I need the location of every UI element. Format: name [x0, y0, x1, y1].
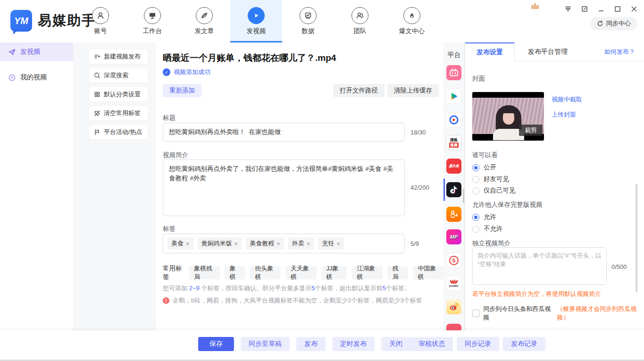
tag-remove-icon[interactable]: × [234, 240, 238, 247]
platform-tencent-video-icon[interactable] [446, 89, 461, 104]
new-video-publish-button[interactable]: 新建视频发布 [89, 50, 148, 64]
sidebar-item-publish-video-label: 发视频 [20, 48, 40, 56]
sync-center-button[interactable]: 同步中心 [590, 17, 637, 30]
nav-hot-center[interactable]: 爆文中心 [386, 0, 438, 42]
platform-huitoutiao-icon[interactable]: 惠头条 [446, 159, 461, 174]
platform-haokan-video-icon[interactable] [446, 112, 461, 127]
allow-save-option-deny[interactable]: 不允许 [472, 225, 503, 233]
save-button[interactable]: 保存 [198, 337, 234, 351]
common-tag[interactable]: 街头象棋 [250, 266, 281, 279]
radio-icon[interactable] [472, 226, 479, 233]
nav-publish-video[interactable]: 发视频 [230, 0, 282, 42]
sync-records-button[interactable]: 同步记录 [457, 337, 499, 351]
clear-common-tags-button[interactable]: 清空常用标签 [89, 106, 148, 120]
platform-activity-button[interactable]: 平台活动/热点 [89, 125, 148, 139]
nav-team[interactable]: 团队 [334, 0, 386, 42]
tab-publish-settings[interactable]: 发布设置 [465, 42, 515, 61]
sync-toutiao-checkbox-row[interactable]: 同步到今日头条和西瓜视频（横屏视频才会同步到西瓜视频） [472, 305, 644, 322]
allow-save-allow-label: 允许 [484, 213, 496, 221]
clear-upload-cache-button[interactable]: 清除上传缓存 [387, 84, 439, 97]
common-tag[interactable]: 残局 [387, 266, 408, 279]
screenshot-icon[interactable] [580, 5, 589, 13]
tags-warning: ! 企鹅，b站，网易，搜狗，大风平台视频标签不能为空，企鹅至少2个标签，网易至少… [163, 296, 422, 305]
tags-input[interactable]: 美食× 黄焖鸡米饭× 美食教程× 外卖× 烹饪× [163, 234, 405, 253]
footer-records: 审核状态 同步记录 发布记录 [410, 337, 545, 351]
platform-douyin-icon[interactable] [446, 182, 461, 197]
deep-search-icon [94, 72, 100, 79]
platform-huawei-icon[interactable]: HUAWEI [446, 276, 461, 291]
publish-video-icon [248, 7, 265, 24]
platform-kuaishou-icon[interactable] [446, 207, 461, 222]
common-tag[interactable]: JJ象棋 [321, 266, 347, 279]
radio-selected-icon[interactable] [472, 214, 479, 221]
common-tag[interactable]: 江湖象棋 [351, 266, 383, 279]
deep-search-label: 深度搜索 [104, 71, 128, 80]
visibility-option-private[interactable]: 仅自己可见 [472, 186, 516, 195]
independent-desc-textarea[interactable] [472, 247, 607, 285]
common-tag[interactable]: 象棋残局 [189, 266, 220, 279]
sync-to-draft-button[interactable]: 同步至草稿 [241, 337, 290, 351]
visibility-option-friends[interactable]: 好友可见 [472, 175, 509, 184]
publish-button[interactable]: 发布 [296, 337, 326, 351]
platform-dafeng-mp-icon[interactable]: MP [446, 229, 461, 244]
platform-more-partial-icon[interactable] [446, 324, 461, 330]
upload-cover-link[interactable]: 上传封面 [552, 110, 576, 119]
publish-records-button[interactable]: 发布记录 [503, 337, 545, 351]
visibility-option-public[interactable]: 公开 [472, 163, 496, 172]
platform-bilibili-icon[interactable] [446, 65, 461, 80]
how-to-publish-link[interactable]: 如何发布？ [604, 48, 635, 56]
sidebar-item-publish-video[interactable]: 发视频 [0, 42, 73, 61]
scheduled-publish-button[interactable]: 定时发布 [332, 337, 375, 351]
minimize-icon[interactable] [597, 5, 605, 13]
deep-search-button[interactable]: 深度搜索 [89, 68, 148, 83]
radio-icon[interactable] [472, 187, 479, 194]
radio-icon[interactable] [472, 176, 479, 183]
review-status-button[interactable]: 审核状态 [410, 337, 453, 351]
open-file-path-button[interactable]: 打开文件路径 [333, 84, 385, 97]
tag-remove-icon[interactable]: × [186, 240, 190, 247]
close-button[interactable]: 关闭 [381, 337, 410, 351]
nav-data[interactable]: 数据 [282, 0, 334, 42]
tag-remove-icon[interactable]: × [336, 240, 340, 247]
clear-tags-icon [94, 110, 100, 117]
radio-selected-icon[interactable] [472, 164, 479, 171]
common-tag[interactable]: 象棋 [225, 266, 245, 279]
visibility-label: 谁可以看 [472, 151, 498, 160]
default-category-button[interactable]: 默认分类设置 [89, 87, 148, 101]
tray-icon[interactable] [564, 5, 572, 13]
crop-cover-button[interactable]: 裁剪 [519, 125, 543, 136]
common-tag[interactable]: 天天象棋 [285, 266, 317, 279]
footer-bar: 保存 同步至草稿 发布 定时发布 关闭 审核状态 同步记录 发布记录 [0, 330, 644, 360]
tag-remove-icon[interactable]: × [276, 240, 280, 247]
vip-crown-icon[interactable] [531, 2, 539, 9]
maximize-icon[interactable] [613, 5, 622, 13]
tag-label: 美食教程 [250, 239, 274, 248]
tags-hint: 您可添加 2~9 个标签，按回车确认。部分平台最多显示5个标签，超出默认显示前5… [163, 284, 410, 293]
video-publish-form: 晒最近一个月账单，钱都花在哪儿了？.mp4 ✓ 视频添加成功 重新添加 打开文件… [156, 42, 443, 330]
tag-remove-icon[interactable]: × [307, 240, 310, 247]
common-tag[interactable]: 中国象棋 [413, 266, 444, 279]
tab-platform-management[interactable]: 发布平台管理 [528, 48, 568, 56]
readd-video-button[interactable]: 重新添加 [163, 84, 201, 97]
desc-textarea[interactable]: 想吃黄焖鸡别再点外卖了，我们在家也能做，方法很简单#黄焖鸡米饭 #美食 #美食教… [163, 160, 405, 216]
tag-label: 美食 [171, 239, 184, 248]
new-video-publish-label: 新建视频发布 [104, 52, 141, 61]
capture-from-video-link[interactable]: 视频中截取 [552, 95, 582, 104]
nav-publish-article[interactable]: 发文章 [178, 0, 230, 42]
sidebar-item-my-videos[interactable]: 我的视频 [0, 68, 73, 87]
allow-save-option-allow[interactable]: 允许 [472, 213, 496, 221]
nav-workbench[interactable]: 工作台 [126, 0, 178, 42]
nav-account[interactable]: 账号 [75, 0, 126, 42]
platform-sohu-video-icon[interactable]: 搜狐 视频 [446, 135, 461, 150]
title-input[interactable] [163, 123, 405, 142]
cover-section-label: 封面 [472, 75, 485, 83]
settings-scrollbar[interactable] [636, 184, 637, 293]
default-category-label: 默认分类设置 [104, 90, 141, 99]
close-icon[interactable] [630, 5, 638, 13]
sync-toutiao-label: 同步到今日头条和西瓜视频 [483, 305, 553, 322]
platform-sogou-icon[interactable]: S [446, 253, 461, 268]
platform-scrollbar[interactable] [463, 189, 464, 203]
nav-workbench-label: 工作台 [143, 27, 162, 35]
platform-weibo-icon[interactable] [446, 299, 461, 314]
checkbox-icon[interactable] [472, 310, 479, 317]
